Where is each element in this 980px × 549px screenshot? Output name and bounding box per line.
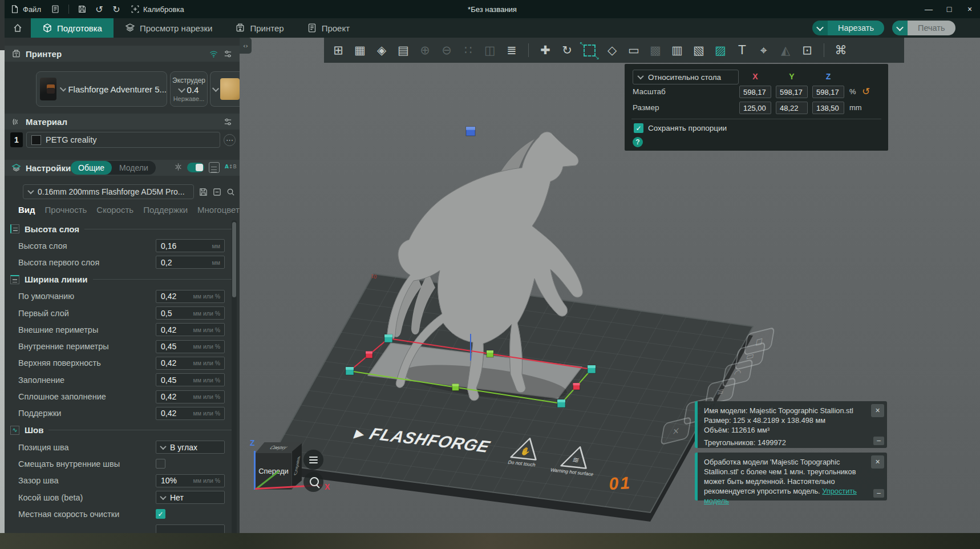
preset-select[interactable]: 0.16mm 200mms Flashforge AD5M Pro...	[23, 184, 194, 199]
settings-tab-Многоцвет[interactable]: Многоцвет	[197, 205, 240, 215]
print-dropdown-chevron[interactable]	[892, 21, 908, 35]
notification-collapse-icon[interactable]: –	[873, 489, 884, 498]
settings-tab-Прочность[interactable]: Прочность	[45, 205, 87, 215]
viewport-3d[interactable]: 01 ▶ FLASHFORGE ✋ Do not touch ≋ Warning…	[240, 38, 980, 533]
settings-list-icon[interactable]	[209, 162, 220, 173]
cut-icon[interactable]: ▭	[623, 41, 645, 60]
measure-icon[interactable]: ⌖	[753, 41, 775, 60]
масштаб-x-input[interactable]: 598,17	[739, 86, 771, 98]
notification-close-icon[interactable]: ×	[871, 404, 884, 417]
close-button[interactable]: ×	[959, 0, 980, 18]
compare-ab-icon[interactable]: A↕B	[225, 164, 237, 169]
scale-reset-icon[interactable]: ↻	[862, 86, 870, 97]
setting-select[interactable]: В углах	[156, 441, 225, 454]
scope-models[interactable]: Модели	[112, 161, 156, 175]
scale-reference-select[interactable]: Относительно стола	[633, 70, 739, 84]
setting-input[interactable]: 0,45мм или %	[156, 340, 225, 353]
view-menu-button[interactable]	[303, 450, 323, 470]
setting-input[interactable]: 0,16мм	[156, 239, 225, 252]
material-field[interactable]: PETG creality	[26, 132, 220, 148]
slice-dropdown-chevron[interactable]	[812, 21, 828, 35]
tab-prepare[interactable]: Подготовка	[31, 18, 114, 38]
gizmo-handle-corner[interactable]	[384, 334, 392, 342]
help-icon[interactable]: ?	[633, 137, 643, 147]
arrange-icon[interactable]: ▤	[392, 41, 414, 60]
wifi-icon[interactable]	[209, 49, 218, 59]
размер-x-input[interactable]: 125,00	[739, 102, 771, 114]
setting-input[interactable]: 0,42мм или %	[156, 290, 225, 303]
размер-y-input[interactable]: 48,22	[776, 102, 808, 114]
calibration-menu[interactable]: Калибровка	[125, 0, 190, 18]
setting-input[interactable]: 0,42мм или %	[156, 357, 225, 370]
plugin-icon[interactable]: ⌘	[830, 41, 852, 60]
setting-input[interactable]: 0,45мм или %	[156, 373, 225, 386]
settings-tab-Вид[interactable]: Вид	[18, 205, 35, 215]
seam-paint-icon[interactable]: ▧	[688, 41, 710, 60]
fixture-icon[interactable]: ⊡	[796, 41, 818, 60]
gizmo-handle-red[interactable]	[573, 383, 580, 390]
notification-collapse-icon[interactable]: –	[873, 437, 884, 445]
gizmo-handle-corner[interactable]	[588, 365, 596, 373]
gizmo-handle-z[interactable]	[466, 127, 475, 136]
setting-checkbox[interactable]	[156, 459, 165, 469]
material-slot-badge[interactable]: 1	[10, 132, 23, 147]
setting-checkbox[interactable]: ✓	[156, 509, 165, 519]
support-paint-icon[interactable]: ▥	[666, 41, 688, 60]
setting-select[interactable]: Нет	[156, 491, 225, 504]
advanced-toggle[interactable]	[187, 163, 204, 172]
setting-input[interactable]	[156, 524, 225, 533]
settings-tab-Поддержки[interactable]: Поддержки	[143, 205, 188, 215]
setting-input[interactable]: 0,42мм или %	[156, 390, 225, 403]
plate-select[interactable]	[210, 71, 240, 107]
gizmo-handle-corner[interactable]	[557, 399, 565, 407]
settings-scrollbar[interactable]	[232, 220, 237, 533]
notification-close-icon[interactable]: ×	[871, 455, 884, 469]
tab-project[interactable]: Проект	[295, 18, 361, 38]
rotate-icon[interactable]: ↻	[556, 41, 578, 60]
gizmo-handle-green[interactable]	[452, 384, 459, 391]
printer-tune-icon[interactable]	[223, 49, 233, 59]
layer-list-icon[interactable]: ≣	[501, 41, 523, 60]
settings-scrollbar-thumb[interactable]	[232, 222, 236, 297]
размер-z-input[interactable]: 138,50	[812, 102, 844, 114]
preset-search-icon[interactable]	[225, 186, 236, 197]
setting-input[interactable]: 0,42мм или %	[156, 407, 225, 420]
add-plate-icon[interactable]: ▦	[349, 41, 371, 60]
tab-preview[interactable]: Просмотр нарезки	[114, 18, 224, 38]
process-tree-icon[interactable]	[173, 162, 183, 172]
file-menu[interactable]: Файл	[5, 0, 47, 18]
tab-printer[interactable]: Принтер	[224, 18, 295, 38]
keep-proportions-checkbox[interactable]: ✓	[634, 123, 643, 133]
setting-input[interactable]: 0,42мм или %	[156, 323, 225, 336]
zoom-search-button[interactable]	[303, 472, 323, 492]
printer-select[interactable]: Flashforge Adventurer 5...	[36, 71, 167, 107]
gizmo-handle-red[interactable]	[366, 352, 372, 358]
tab-home[interactable]	[5, 18, 31, 38]
material-tune-icon[interactable]	[223, 117, 233, 127]
minimize-button[interactable]: —	[918, 0, 939, 18]
preset-save-icon[interactable]	[197, 186, 209, 197]
scale-icon[interactable]	[584, 45, 596, 56]
preset-remove-icon[interactable]	[211, 186, 222, 197]
setting-input[interactable]: 10%мм или %	[156, 474, 225, 487]
setting-input[interactable]: 0,2мм	[156, 256, 225, 269]
print-button[interactable]: Печать	[892, 21, 955, 35]
auto-orient-icon[interactable]: ◈	[371, 41, 392, 60]
gizmo-handle-corner[interactable]	[346, 367, 354, 375]
settings-tab-Скорость[interactable]: Скорость	[96, 205, 133, 215]
save-icon[interactable]	[74, 0, 91, 18]
maximize-button[interactable]: □	[939, 0, 959, 18]
panel-collapse-button[interactable]: ‹›	[240, 38, 252, 54]
move-icon[interactable]: ✚	[534, 41, 556, 60]
undo-icon[interactable]: ↺	[91, 0, 108, 18]
redo-icon[interactable]: ↻	[108, 0, 125, 18]
material-more-icon[interactable]: ⋯	[224, 134, 236, 146]
text-tool-icon[interactable]: T	[731, 41, 753, 60]
масштаб-z-input[interactable]: 598,17	[812, 86, 844, 98]
gizmo-handle-green[interactable]	[487, 350, 493, 357]
extruder-select[interactable]: Экструдер 0.4 Нержаве...	[170, 71, 208, 107]
fuzzy-skin-icon[interactable]: ▨	[710, 41, 731, 60]
scope-general[interactable]: Общие	[71, 161, 112, 175]
масштаб-y-input[interactable]: 598,17	[776, 86, 808, 98]
add-model-icon[interactable]: ⊞	[327, 41, 349, 60]
